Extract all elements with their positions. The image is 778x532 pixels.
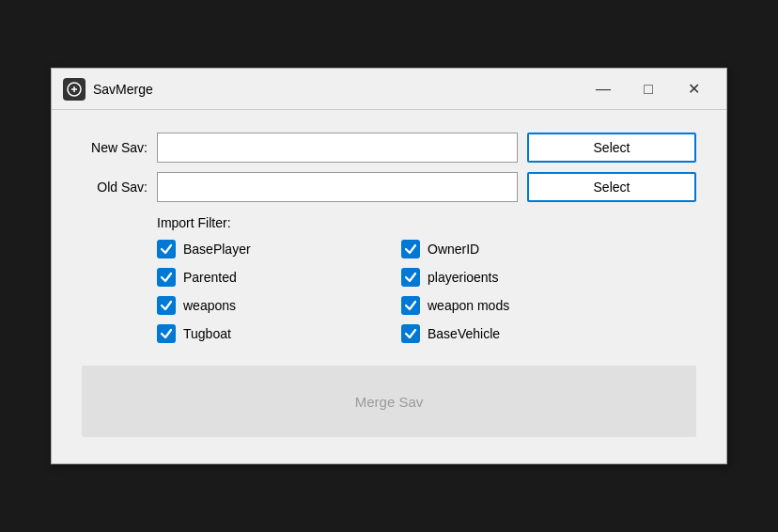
import-filter-label: Import Filter: — [157, 215, 696, 230]
checkbox-item-basevehicle[interactable]: BaseVehicle — [401, 324, 627, 343]
merge-button[interactable]: Merge Sav — [101, 381, 677, 422]
old-sav-input[interactable] — [157, 172, 518, 202]
checkbox-item-weaponmods[interactable]: weapon mods — [401, 296, 627, 315]
old-sav-label: Old Sav: — [82, 180, 148, 195]
import-filter-section: Import Filter: BasePlayerOwnerIDParented… — [157, 215, 696, 343]
close-button[interactable]: ✕ — [672, 75, 715, 103]
new-sav-select-button[interactable]: Select — [527, 133, 696, 163]
window-title: SavMerge — [93, 82, 582, 97]
checkbox-box-tugboat — [157, 324, 176, 343]
checkbox-label-playerioents: playerioents — [428, 270, 499, 285]
new-sav-input[interactable] — [157, 133, 518, 163]
checkbox-item-weapons[interactable]: weapons — [157, 296, 382, 315]
checkboxes-grid: BasePlayerOwnerIDParentedplayerioentswea… — [157, 240, 627, 343]
checkbox-label-parented: Parented — [183, 270, 237, 285]
checkbox-box-baseplayer — [157, 240, 176, 258]
old-sav-select-button[interactable]: Select — [527, 172, 696, 202]
window-controls: — □ ✕ — [582, 75, 715, 103]
app-icon — [63, 78, 86, 101]
new-sav-row: New Sav: Select — [82, 133, 696, 163]
checkbox-item-tugboat[interactable]: Tugboat — [157, 324, 382, 343]
main-window: SavMerge — □ ✕ New Sav: Select Old Sav: … — [51, 68, 727, 464]
checkbox-label-ownerid: OwnerID — [428, 242, 479, 257]
checkbox-label-tugboat: Tugboat — [183, 326, 231, 341]
checkbox-box-playerioents — [401, 268, 420, 287]
checkbox-label-basevehicle: BaseVehicle — [428, 326, 500, 341]
checkbox-box-ownerid — [401, 240, 420, 258]
checkbox-box-weaponmods — [401, 296, 420, 315]
checkbox-box-parented — [157, 268, 176, 287]
checkbox-item-ownerid[interactable]: OwnerID — [401, 240, 627, 258]
checkbox-item-playerioents[interactable]: playerioents — [401, 268, 627, 287]
minimize-button[interactable]: — — [582, 75, 625, 103]
maximize-button[interactable]: □ — [627, 75, 670, 103]
checkbox-box-basevehicle — [401, 324, 420, 343]
merge-section: Merge Sav — [82, 366, 696, 437]
checkbox-label-weapons: weapons — [183, 298, 236, 313]
checkbox-item-baseplayer[interactable]: BasePlayer — [157, 240, 382, 258]
new-sav-label: New Sav: — [82, 140, 148, 155]
checkbox-box-weapons — [157, 296, 176, 315]
titlebar: SavMerge — □ ✕ — [52, 69, 726, 110]
checkbox-item-parented[interactable]: Parented — [157, 268, 382, 287]
main-content: New Sav: Select Old Sav: Select Import F… — [52, 110, 726, 463]
checkbox-label-weaponmods: weapon mods — [428, 298, 509, 313]
checkbox-label-baseplayer: BasePlayer — [183, 242, 251, 257]
old-sav-row: Old Sav: Select — [82, 172, 696, 202]
